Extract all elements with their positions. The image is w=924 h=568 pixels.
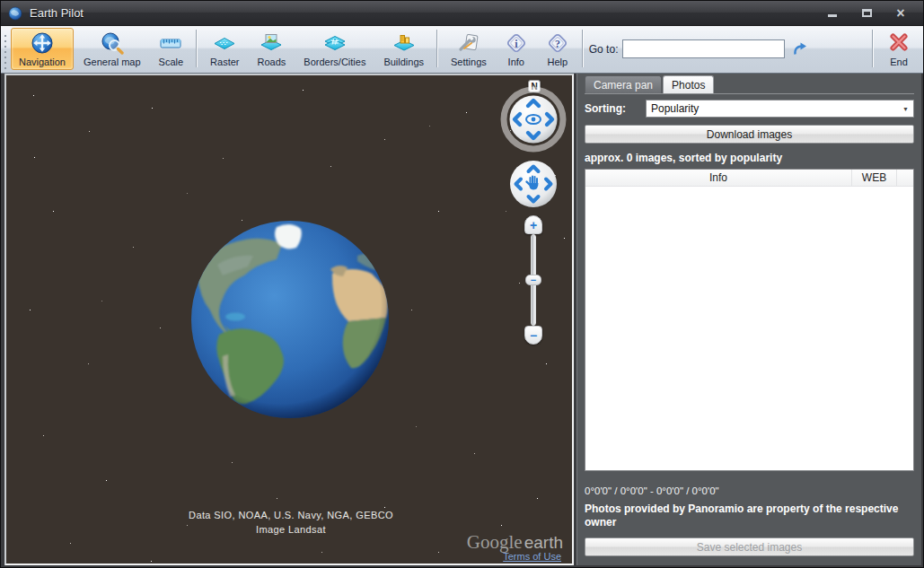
- toolbar-separator: [436, 30, 438, 67]
- navigation-globe-icon: [31, 31, 54, 55]
- toolbar-button-navigation[interactable]: Navigation: [11, 28, 74, 70]
- attribution-line-1: Data SIO, NOAA, U.S. Navy, NGA, GEBCO: [111, 508, 471, 522]
- toolbar-button-label: Buildings: [383, 57, 424, 67]
- toolbar-button-label: Navigation: [19, 57, 66, 67]
- info-icon: i: [505, 31, 528, 55]
- move-joystick[interactable]: [509, 160, 558, 208]
- scale-ruler-icon: [159, 31, 182, 55]
- window-controls: ×: [823, 5, 916, 22]
- photo-list: Info WEB: [585, 169, 914, 471]
- titlebar: Earth Pilot ×: [1, 1, 923, 26]
- toolbar-separator: [582, 30, 584, 67]
- toolbar-button-info[interactable]: i Info: [497, 28, 536, 70]
- toolbar-grip[interactable]: [4, 33, 7, 69]
- settings-icon: [457, 31, 480, 55]
- photos-panel: Camera pan Photos Sorting: Popularity ▼ …: [576, 74, 921, 565]
- close-button[interactable]: ×: [891, 5, 911, 22]
- sorting-value: Popularity: [651, 102, 699, 115]
- goto-label: Go to:: [589, 43, 619, 56]
- sorting-row: Sorting: Popularity ▼: [585, 100, 914, 118]
- close-icon: ×: [896, 6, 904, 21]
- zoom-in-icon: +: [530, 219, 537, 232]
- toolbar: Navigation General map Scale: [1, 26, 923, 74]
- column-header-web[interactable]: WEB: [852, 170, 897, 186]
- zoom-out-button[interactable]: −: [524, 326, 542, 345]
- column-header-filler: [897, 170, 913, 186]
- goto-input[interactable]: [622, 39, 785, 58]
- toolbar-button-label: End: [890, 57, 908, 67]
- maximize-button[interactable]: [857, 5, 876, 22]
- window-title: Earth Pilot: [30, 6, 84, 20]
- end-close-x-icon: [888, 31, 910, 53]
- photo-list-body: [585, 187, 913, 470]
- minimize-icon: [828, 14, 837, 17]
- zoom-slider-handle[interactable]: −: [525, 275, 541, 285]
- starfield: [6, 75, 7, 76]
- images-summary: approx. 0 images, sorted by popularity: [585, 152, 782, 164]
- goto-submit-arrow-icon[interactable]: [791, 41, 807, 57]
- attribution-line-2: Image Landsat: [111, 522, 471, 537]
- help-icon: ?: [546, 31, 569, 55]
- save-selected-images-button[interactable]: Save selected images: [585, 537, 914, 556]
- end-button[interactable]: End: [879, 28, 919, 70]
- zoom-in-button[interactable]: +: [524, 215, 542, 234]
- toolbar-button-roads[interactable]: Roads: [250, 28, 295, 70]
- earth-viewport[interactable]: N: [6, 75, 572, 564]
- toolbar-button-label: Scale: [159, 57, 184, 67]
- toolbar-button-label: Settings: [451, 57, 487, 67]
- earth-globe[interactable]: [190, 220, 390, 419]
- minimize-button[interactable]: [823, 5, 842, 22]
- toolbar-button-label: Raster: [210, 57, 239, 67]
- toolbar-button-buildings[interactable]: Buildings: [375, 28, 432, 70]
- panel-tabs: Camera pan Photos: [585, 75, 914, 94]
- toolbar-button-label: General map: [84, 57, 141, 67]
- toolbar-button-label: Help: [547, 57, 568, 67]
- column-header-info[interactable]: Info: [585, 170, 852, 186]
- app-globe-icon: [8, 6, 22, 21]
- sorting-dropdown[interactable]: Popularity ▼: [646, 100, 914, 118]
- toolbar-separator: [872, 30, 874, 67]
- toolbar-button-help[interactable]: ? Help: [538, 28, 577, 70]
- photo-list-header: Info WEB: [585, 170, 913, 187]
- map-frame: N: [4, 74, 574, 565]
- general-map-icon: [101, 31, 124, 55]
- terms-of-use-link[interactable]: Terms of Use: [503, 551, 561, 562]
- roads-layer-icon: [260, 31, 283, 55]
- toolbar-separator: [196, 30, 198, 67]
- toolbar-button-label: Info: [508, 57, 524, 67]
- panoramio-notice: Photos provided by Panoramio are propert…: [585, 502, 914, 529]
- borders-cities-layer-icon: [323, 31, 347, 55]
- buildings-layer-icon: [392, 31, 416, 55]
- chevron-down-icon: ▼: [902, 106, 909, 112]
- app-window: Earth Pilot × Navigation: [0, 0, 924, 568]
- raster-layer-icon: [213, 31, 236, 55]
- toolbar-button-general-map[interactable]: General map: [75, 28, 149, 70]
- tab-camera-pan[interactable]: Camera pan: [585, 75, 662, 93]
- coordinates-readout: 0°0'0" / 0°0'0" - 0°0'0" / 0°0'0": [585, 485, 719, 496]
- toolbar-button-borders-cities[interactable]: Borders/Cities: [295, 28, 374, 70]
- toolbar-button-scale[interactable]: Scale: [151, 28, 192, 70]
- toolbar-button-label: Roads: [258, 57, 286, 67]
- zoom-out-icon: −: [530, 329, 537, 342]
- tab-photos[interactable]: Photos: [663, 75, 714, 93]
- download-images-button[interactable]: Download images: [585, 125, 914, 144]
- goto-group: Go to:: [589, 28, 808, 70]
- map-attribution: Data SIO, NOAA, U.S. Navy, NGA, GEBCO Im…: [111, 508, 471, 537]
- slider-handle-icon: −: [531, 275, 536, 285]
- svg-text:?: ?: [555, 38, 560, 50]
- sorting-label: Sorting:: [585, 102, 646, 115]
- toolbar-button-settings[interactable]: Settings: [443, 28, 495, 70]
- look-joystick[interactable]: [499, 85, 568, 153]
- maximize-icon: [862, 9, 872, 17]
- toolbar-button-raster[interactable]: Raster: [202, 28, 247, 70]
- toolbar-button-label: Borders/Cities: [304, 57, 365, 67]
